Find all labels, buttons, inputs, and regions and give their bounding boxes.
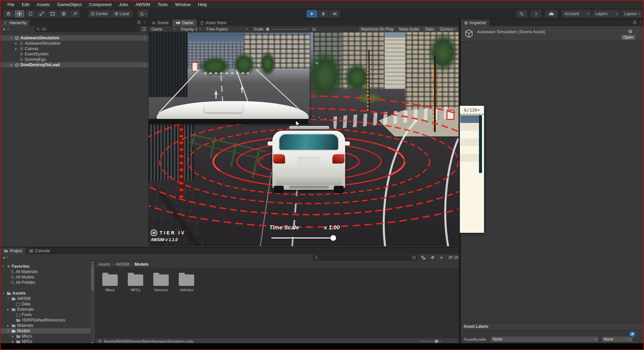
stats-button[interactable]: Stats [422, 26, 437, 32]
create-plus-button[interactable]: + [3, 28, 5, 31]
folder-item-vehicles[interactable]: Vehicles [174, 274, 199, 292]
menu-gameobject[interactable]: GameObject [54, 1, 85, 8]
layers-dropdown[interactable]: Layers▾ [593, 10, 620, 17]
search-by-type-icon[interactable] [421, 255, 426, 260]
foldout-closed-icon[interactable]: ▶ [6, 308, 10, 311]
project-tree-scrollbar[interactable]: ▲ ▼ [91, 261, 95, 344]
menu-edit[interactable]: Edit [18, 1, 33, 8]
open-button[interactable]: Open [621, 34, 636, 40]
tab-game[interactable]: Game [172, 19, 197, 26]
grid-snap-button[interactable]: ▾ [138, 10, 148, 17]
tree-row[interactable]: ▶ Miscs [1, 334, 95, 339]
create-caret-icon[interactable]: ▾ [7, 28, 9, 31]
tab-console[interactable]: Console [26, 248, 53, 254]
play-button[interactable] [307, 10, 317, 17]
picker-icon[interactable] [412, 256, 416, 260]
breadcrumb-awsim[interactable]: AWSIM [116, 262, 129, 267]
scale-track[interactable] [272, 29, 309, 30]
ime-candidate[interactable] [460, 154, 481, 162]
account-dropdown[interactable]: Account▾ [562, 10, 591, 17]
ime-candidate[interactable] [460, 123, 481, 131]
assetbundle-dropdown[interactable]: None▾ [490, 336, 599, 342]
foldout-closed-icon[interactable]: ▶ [11, 335, 15, 338]
kebab-menu-icon[interactable]: ⋮ [142, 63, 146, 67]
hierarchy-row[interactable]: DummyEgo [1, 57, 148, 62]
save-search-star-icon[interactable]: ★ [439, 255, 443, 260]
transform-tool-button[interactable] [59, 10, 69, 17]
ime-candidate[interactable] [460, 138, 481, 146]
kebab-menu-icon[interactable]: ⋮ [635, 29, 639, 33]
hierarchy-row-dontdestroy[interactable]: ▶ DontDestroyOnLoad ⋮ [1, 62, 148, 68]
tree-row[interactable]: HDRPDefaultResources [1, 317, 95, 323]
scrollbar-thumb[interactable] [91, 264, 94, 291]
pause-button[interactable] [318, 10, 329, 17]
favorites-header[interactable]: ▼ ★ Favorites [1, 264, 95, 269]
gizmos-dropdown[interactable]: Gizmos▾ [437, 26, 459, 32]
scroll-up-icon[interactable]: ▲ [91, 261, 94, 263]
tab-asset-store[interactable]: Asset Store [197, 19, 230, 26]
search-toolbar-button[interactable] [516, 10, 527, 17]
menu-assets[interactable]: Assets [33, 1, 53, 8]
time-scale-knob[interactable] [330, 235, 336, 241]
asset-labels-header[interactable]: Asset Labels [461, 323, 644, 330]
assetbundle-variant-dropdown[interactable]: None▾ [601, 336, 633, 342]
help-icon[interactable]: ? [628, 29, 633, 34]
thumbnail-size-knob[interactable] [435, 340, 438, 343]
foldout-closed-icon[interactable]: ▶ [14, 42, 18, 45]
tree-row-awsim[interactable]: ▼ AWSIM [1, 296, 95, 301]
menu-window[interactable]: Window [172, 1, 194, 8]
kebab-menu-icon[interactable]: ⋮ [639, 20, 643, 24]
cloud-button[interactable] [545, 10, 558, 17]
tree-row[interactable]: ▶ Materials [1, 323, 95, 328]
pivot-toggle-button[interactable]: Center [89, 10, 110, 17]
breadcrumb-models[interactable]: Models [135, 262, 148, 267]
foldout-closed-icon[interactable]: ▶ [14, 47, 18, 50]
project-search-input[interactable] [313, 255, 418, 260]
menu-awsim[interactable]: AWSIM [132, 1, 154, 8]
mute-audio-button[interactable]: Mute Audio [396, 26, 422, 32]
lock-icon[interactable] [137, 20, 141, 24]
menu-file[interactable]: File [4, 1, 18, 8]
rect-tool-button[interactable] [48, 10, 58, 17]
hierarchy-row[interactable]: ▶ AutowareSimulation [1, 41, 148, 46]
ime-candidate[interactable] [460, 131, 481, 138]
kebab-menu-icon[interactable]: ⋮ [142, 36, 146, 40]
aspect-dropdown[interactable]: Free Aspect▾ [204, 26, 251, 32]
foldout-closed-icon[interactable]: ▶ [6, 324, 10, 327]
layout-dropdown[interactable]: Layout▾ [622, 10, 642, 17]
menu-help[interactable]: Help [195, 1, 210, 8]
tree-row[interactable]: Data [1, 301, 95, 307]
custom-tool-button[interactable] [70, 10, 80, 17]
foldout-open-icon[interactable]: ▼ [6, 297, 10, 300]
favorite-item[interactable]: All Prefabs [1, 280, 95, 285]
tree-row-models-selected[interactable]: ▼ Models [1, 328, 95, 334]
thumbnail-size-slider[interactable] [419, 340, 441, 343]
menu-component[interactable]: Component [86, 1, 115, 8]
tab-project[interactable]: Project [1, 248, 26, 254]
hand-tool-button[interactable] [3, 10, 13, 17]
tab-scene[interactable]: Scene [149, 19, 172, 26]
foldout-open-icon[interactable]: ▼ [6, 330, 10, 333]
ime-candidate-selected[interactable] [460, 115, 481, 123]
move-tool-button[interactable] [14, 10, 24, 17]
hierarchy-search-input[interactable]: All [34, 27, 140, 32]
ime-candidate[interactable] [460, 146, 481, 154]
space-toggle-button[interactable]: Local [111, 10, 132, 17]
display-dropdown[interactable]: Display 1▾ [178, 26, 204, 32]
scale-slider[interactable]: Scale 1x [251, 26, 319, 32]
hierarchy-row-scene[interactable]: ▼ AutowareSimulation ⋮ [1, 35, 148, 41]
game-viewport[interactable]: M TIER IV AWSIM v 1.1.0 Time Scale x 1.0… [149, 32, 459, 246]
hidden-packages-count[interactable]: 20 [448, 255, 459, 260]
kebab-menu-icon[interactable]: ⋮ [143, 20, 147, 24]
maximize-on-play-button[interactable]: Maximize On Play [358, 26, 396, 32]
scale-tool-button[interactable] [37, 10, 47, 17]
foldout-closed-icon[interactable]: ▶ [11, 340, 15, 343]
favorite-item[interactable]: All Materials [1, 269, 95, 274]
tree-row[interactable]: Fonts [1, 312, 95, 317]
time-scale-slider[interactable] [269, 235, 340, 240]
hierarchy-row[interactable]: ▶ Canvas [1, 46, 148, 51]
foldout-closed-icon[interactable]: ▶ [9, 63, 13, 67]
foldout-open-icon[interactable]: ▼ [9, 37, 13, 40]
tree-row[interactable]: ▶ Externals [1, 307, 95, 312]
lock-icon[interactable] [633, 20, 637, 24]
